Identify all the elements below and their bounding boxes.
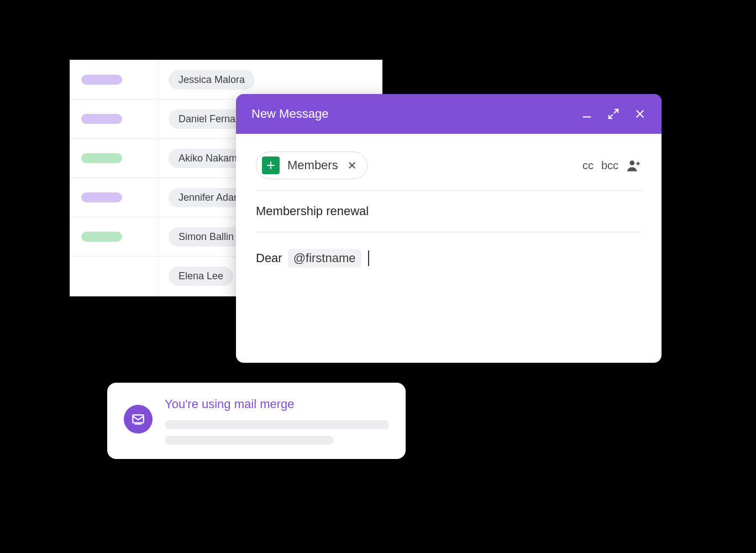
toast-title: You're using mail merge	[165, 397, 389, 411]
mail-merge-icon	[124, 405, 153, 434]
recipient-label: Members	[287, 158, 338, 173]
status-cell	[70, 178, 159, 217]
text-caret	[368, 251, 369, 266]
name-cell: Jessica Malora	[159, 60, 382, 99]
body-greeting: Dear	[256, 251, 282, 265]
subject-field[interactable]: Membership renewal	[256, 191, 642, 232]
window-controls	[581, 108, 646, 120]
close-icon[interactable]	[634, 108, 646, 120]
minimize-icon[interactable]	[581, 108, 593, 120]
status-cell	[70, 100, 159, 138]
recipient-chip[interactable]: Members	[256, 152, 368, 179]
cc-bcc-group: cc bcc	[582, 158, 642, 173]
status-cell	[70, 257, 159, 296]
svg-point-9	[629, 160, 634, 165]
mail-merge-toast: You're using mail merge	[107, 383, 406, 459]
remove-recipient-icon[interactable]	[346, 159, 358, 171]
cc-link[interactable]: cc	[582, 159, 594, 172]
body-field[interactable]: Dear @firstname	[256, 232, 642, 343]
merge-tag: @firstname	[288, 249, 361, 268]
subject-text: Membership renewal	[256, 204, 369, 218]
toast-text-placeholder	[165, 420, 389, 429]
status-cell	[70, 60, 159, 99]
status-pill	[81, 232, 122, 242]
toast-text-placeholder	[165, 436, 333, 445]
status-cell	[70, 139, 159, 178]
sheets-icon	[262, 156, 280, 174]
status-pill	[81, 75, 122, 85]
toast-body: You're using mail merge	[165, 397, 389, 445]
status-pill	[81, 192, 122, 202]
compose-title: New Message	[251, 107, 581, 121]
compose-header: New Message	[236, 94, 662, 134]
svg-line-2	[609, 114, 613, 118]
svg-line-1	[614, 109, 618, 113]
name-chip: Simon Ballin	[169, 227, 244, 247]
compose-window: New Message Members	[236, 94, 662, 363]
add-person-icon[interactable]	[626, 158, 642, 173]
compose-body: Members cc bcc Membership renewal Dear @…	[236, 134, 662, 363]
status-pill	[81, 153, 122, 163]
expand-icon[interactable]	[607, 108, 620, 120]
status-cell	[70, 217, 159, 256]
svg-rect-12	[133, 415, 144, 422]
status-pill	[81, 114, 122, 124]
bcc-link[interactable]: bcc	[601, 159, 618, 172]
recipients-row[interactable]: Members cc bcc	[256, 146, 642, 191]
name-chip: Elena Lee	[169, 267, 233, 286]
name-chip: Jessica Malora	[169, 70, 255, 90]
